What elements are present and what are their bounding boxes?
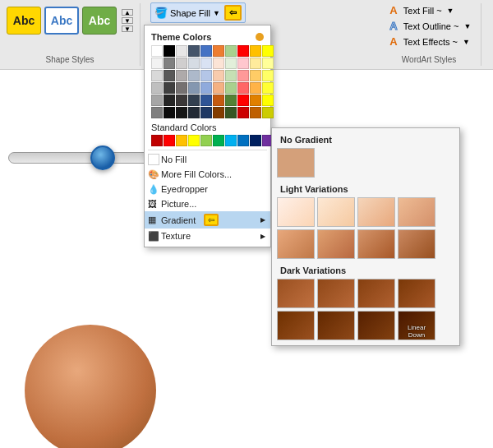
shape-style-yellow[interactable]: Abc [7, 7, 41, 35]
text-outline-arrow[interactable]: ▼ [463, 22, 471, 30]
theme-color-cell[interactable] [250, 95, 261, 106]
shape-styles-scroll-up[interactable]: ▲ [122, 9, 133, 16]
theme-color-cell[interactable] [213, 58, 224, 69]
picture-item[interactable]: 🖼 Picture... [145, 196, 270, 211]
theme-color-cell[interactable] [176, 58, 187, 69]
theme-color-cell[interactable] [151, 70, 163, 81]
standard-color-cell[interactable] [250, 135, 261, 146]
theme-color-cell[interactable] [176, 70, 187, 81]
theme-color-cell[interactable] [164, 58, 175, 69]
eyedropper-item[interactable]: 💧 Eyedropper [145, 182, 270, 196]
theme-color-cell[interactable] [262, 82, 274, 94]
theme-color-cell[interactable] [237, 82, 249, 94]
gradient-item[interactable]: ▦ Gradient ⇦ ▶ [145, 211, 270, 229]
standard-color-cell[interactable] [176, 135, 187, 146]
theme-color-cell[interactable] [188, 45, 200, 57]
standard-color-cell[interactable] [188, 135, 200, 146]
theme-color-cell[interactable] [164, 95, 175, 106]
theme-color-cell[interactable] [188, 70, 200, 81]
theme-color-cell[interactable] [188, 82, 200, 94]
standard-color-cell[interactable] [225, 135, 237, 146]
theme-color-cell[interactable] [151, 45, 163, 57]
dark-gradient-cell[interactable] [317, 311, 355, 340]
theme-color-cell[interactable] [164, 45, 175, 57]
shape-fill-dropdown-arrow[interactable]: ▼ [213, 9, 220, 17]
dark-gradient-cell[interactable] [277, 311, 315, 340]
theme-color-cell[interactable] [262, 107, 274, 118]
theme-color-cell[interactable] [164, 70, 175, 81]
light-gradient-cell[interactable] [398, 197, 435, 227]
theme-color-cell[interactable] [164, 107, 175, 118]
theme-color-cell[interactable] [188, 107, 200, 118]
slider-thumb[interactable] [90, 145, 115, 170]
theme-color-cell[interactable] [225, 82, 237, 94]
text-effects-button[interactable]: A Text Effects ~ ▼ [384, 35, 475, 48]
light-gradient-cell[interactable] [277, 229, 315, 259]
theme-color-cell[interactable] [262, 95, 274, 106]
light-gradient-cell[interactable] [317, 229, 355, 259]
no-gradient-cell[interactable] [277, 148, 315, 178]
dark-gradient-cell[interactable] [277, 279, 315, 308]
theme-color-cell[interactable] [213, 107, 224, 118]
shape-fill-button[interactable]: 🪣 Shape Fill ▼ ⇦ [150, 2, 246, 23]
theme-color-cell[interactable] [200, 82, 212, 94]
shape-styles-scroll-down[interactable]: ▼ [122, 17, 133, 24]
light-gradient-cell[interactable] [398, 229, 435, 259]
theme-color-cell[interactable] [176, 95, 187, 106]
shape-style-green[interactable]: Abc [82, 7, 117, 35]
theme-color-cell[interactable] [262, 58, 274, 69]
standard-color-cell[interactable] [200, 135, 212, 146]
theme-color-cell[interactable] [200, 95, 212, 106]
theme-color-cell[interactable] [151, 107, 163, 118]
theme-color-cell[interactable] [213, 95, 224, 106]
light-gradient-cell[interactable] [317, 197, 355, 227]
theme-color-cell[interactable] [225, 58, 237, 69]
theme-color-cell[interactable] [151, 58, 163, 69]
dark-gradient-cell[interactable] [398, 279, 435, 308]
theme-color-cell[interactable] [213, 82, 224, 94]
theme-color-cell[interactable] [213, 45, 224, 57]
text-fill-button[interactable]: A Text Fill ~ ▼ [384, 3, 475, 17]
standard-color-cell[interactable] [213, 135, 224, 146]
standard-color-cell[interactable] [237, 135, 249, 146]
standard-color-cell[interactable] [151, 135, 163, 146]
standard-color-cell[interactable] [164, 135, 175, 146]
dark-gradient-cell[interactable] [317, 279, 355, 308]
shape-styles-expand[interactable]: ▼ [122, 25, 133, 32]
light-gradient-cell[interactable] [357, 229, 395, 259]
theme-color-cell[interactable] [250, 58, 261, 69]
theme-color-cell[interactable] [176, 82, 187, 94]
theme-color-cell[interactable] [237, 95, 249, 106]
text-effects-arrow[interactable]: ▼ [463, 38, 470, 46]
theme-color-cell[interactable] [200, 107, 212, 118]
no-fill-item[interactable]: No Fill [145, 152, 270, 167]
theme-color-cell[interactable] [213, 70, 224, 81]
theme-color-cell[interactable] [237, 70, 249, 81]
light-gradient-cell[interactable] [277, 197, 315, 227]
theme-color-cell[interactable] [250, 45, 261, 57]
theme-color-cell[interactable] [188, 58, 200, 69]
theme-color-cell[interactable] [151, 95, 163, 106]
theme-color-cell[interactable] [250, 70, 261, 81]
theme-color-cell[interactable] [200, 45, 212, 57]
theme-color-cell[interactable] [176, 107, 187, 118]
light-gradient-cell[interactable] [357, 197, 395, 227]
theme-color-cell[interactable] [200, 70, 212, 81]
texture-item[interactable]: ⬛ Texture ▶ [145, 229, 270, 243]
text-outline-button[interactable]: A Text Outline ~ ▼ [384, 19, 475, 33]
theme-color-cell[interactable] [176, 45, 187, 57]
dark-gradient-cell[interactable] [357, 311, 395, 340]
theme-color-cell[interactable] [237, 45, 249, 57]
theme-color-cell[interactable] [164, 82, 175, 94]
theme-color-cell[interactable] [237, 58, 249, 69]
theme-color-cell[interactable] [237, 107, 249, 118]
theme-color-cell[interactable] [250, 107, 261, 118]
text-fill-arrow[interactable]: ▼ [447, 7, 454, 15]
theme-color-cell[interactable] [262, 70, 274, 81]
theme-color-cell[interactable] [188, 95, 200, 106]
more-fill-item[interactable]: 🎨 More Fill Colors... [145, 167, 270, 182]
dark-gradient-cell[interactable]: Linear Down [398, 311, 435, 340]
theme-color-cell[interactable] [151, 82, 163, 94]
theme-color-cell[interactable] [262, 45, 274, 57]
dark-gradient-cell[interactable] [357, 279, 395, 308]
